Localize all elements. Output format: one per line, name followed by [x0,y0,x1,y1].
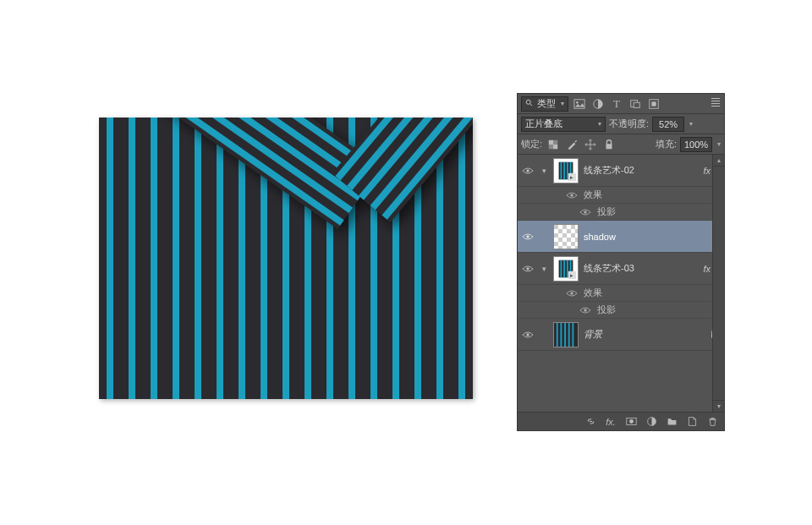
effects-row[interactable]: 效果 [518,285,724,302]
filter-image-icon[interactable] [572,96,587,112]
lock-transparency-icon[interactable] [546,137,561,152]
svg-point-29 [526,169,529,172]
layer-row[interactable]: 背景 [518,319,724,351]
new-group-icon[interactable] [665,415,678,429]
visibility-toggle[interactable] [565,287,579,300]
svg-rect-55 [560,323,562,347]
fill-input[interactable]: 100% [680,137,712,152]
effects-label: 效果 [584,287,602,299]
fill-label: 填充: [656,138,677,150]
svg-rect-28 [606,144,612,149]
lock-all-icon[interactable] [601,137,617,152]
svg-rect-45 [563,260,565,277]
filter-type-label: 类型 [537,97,556,110]
drop-shadow-label: 投影 [597,304,616,316]
svg-point-40 [526,235,529,238]
layer-thumbnail[interactable] [553,224,579,249]
svg-rect-32 [560,161,562,179]
layer-name: 线条艺术-02 [584,164,698,177]
layer-row[interactable]: shadow [518,221,724,253]
layers-panel: 类型 ▾ T 正片叠底 ▾ 不透明度: 52% ▾ 锁定: 填充: 100% ▾ [517,93,725,431]
visibility-toggle[interactable] [521,262,535,276]
blend-mode-value: 正片叠底 [525,118,562,130]
svg-rect-21 [634,102,639,107]
panel-footer: fx. [518,412,724,430]
fx-indicator[interactable]: fx [703,166,710,176]
visibility-toggle[interactable] [565,189,579,202]
link-layers-icon[interactable] [584,415,597,429]
lock-pixels-icon[interactable] [564,137,579,152]
svg-rect-25 [553,145,557,149]
svg-rect-54 [557,323,558,347]
svg-rect-44 [560,260,562,277]
svg-point-15 [526,100,530,104]
svg-text:▸: ▸ [570,271,573,279]
blend-mode-select[interactable]: 正片叠底 ▾ [521,117,606,132]
effects-row[interactable]: 效果 [518,187,724,204]
scrollbar[interactable]: ▴ ▾ [712,155,724,412]
opacity-value: 52% [659,119,678,129]
visibility-toggle[interactable] [521,230,535,243]
svg-point-52 [526,333,529,336]
document-canvas[interactable] [99,118,473,399]
fx-footer-label: fx. [606,417,616,427]
layer-filter-select[interactable]: 类型 ▾ [521,96,568,112]
svg-rect-56 [564,323,566,347]
panel-menu-icon[interactable] [710,96,721,108]
svg-line-16 [530,103,533,106]
new-layer-icon[interactable] [685,415,699,429]
svg-point-51 [584,309,587,312]
layer-thumbnail[interactable]: ▸ [553,256,579,282]
lock-position-icon[interactable] [583,137,598,152]
scroll-up-icon[interactable]: ▴ [713,155,724,167]
visibility-toggle[interactable] [521,328,535,342]
add-mask-icon[interactable] [624,415,638,429]
expand-toggle[interactable]: ▾ [540,167,548,175]
drop-shadow-label: 投影 [597,205,616,218]
svg-rect-33 [563,161,565,179]
layer-row[interactable]: ▾ ▸ 线条艺术-03 fx ▾ [518,253,724,285]
chevron-down-icon: ▾ [561,100,564,107]
svg-point-61 [629,419,634,424]
delete-layer-icon[interactable] [705,415,719,429]
lock-label: 锁定: [521,138,542,150]
layer-thumbnail[interactable] [553,322,579,347]
svg-rect-34 [567,161,568,179]
svg-point-41 [526,267,529,271]
svg-rect-58 [572,323,573,347]
layer-name: shadow [584,232,721,242]
layer-fx-icon[interactable]: fx. [604,415,617,429]
svg-rect-24 [549,139,553,144]
svg-text:▸: ▸ [570,173,573,181]
opacity-input[interactable]: 52% [652,117,684,132]
filter-shape-icon[interactable] [628,96,643,112]
filter-text-icon[interactable]: T [609,96,624,112]
expand-toggle[interactable]: ▾ [540,265,548,273]
svg-rect-46 [567,260,568,277]
adjustment-layer-icon[interactable] [645,415,658,429]
filter-adjustment-icon[interactable] [590,96,606,112]
search-icon [525,99,534,109]
fill-value: 100% [684,139,708,150]
visibility-toggle[interactable] [521,164,535,178]
layer-thumbnail[interactable]: ▸ [553,158,579,183]
visibility-toggle[interactable] [579,304,592,317]
fx-indicator[interactable]: fx [703,264,710,274]
filter-smart-icon[interactable] [646,96,661,112]
svg-rect-23 [651,101,656,106]
svg-rect-57 [568,323,570,347]
svg-rect-26 [553,139,557,144]
opacity-label: 不透明度: [609,118,649,130]
drop-shadow-row[interactable]: 投影 [518,302,724,319]
chevron-down-icon[interactable]: ▾ [689,120,693,128]
effects-label: 效果 [584,189,602,201]
layer-name: 背景 [584,328,704,341]
drop-shadow-row[interactable]: 投影 [518,204,724,221]
chevron-down-icon[interactable]: ▾ [717,140,721,148]
scroll-down-icon[interactable]: ▾ [713,400,724,412]
svg-point-39 [584,211,587,214]
layer-row[interactable]: ▾ ▸ 线条艺术-02 fx ▾ [518,155,724,187]
svg-point-50 [570,292,573,295]
visibility-toggle[interactable] [579,205,592,219]
chevron-down-icon: ▾ [598,120,601,128]
